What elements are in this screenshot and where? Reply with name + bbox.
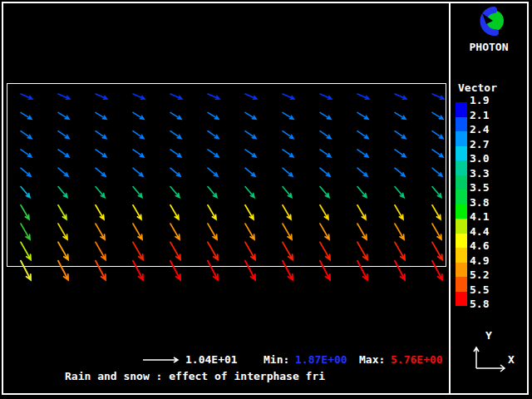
vector-arrow <box>58 112 69 119</box>
vector-arrow <box>245 94 257 99</box>
vector-arrow <box>320 187 329 198</box>
legend-swatch <box>456 175 467 190</box>
legend-value: 3.3 <box>470 168 489 180</box>
vector-arrow <box>133 224 142 239</box>
legend-value: 4.4 <box>470 226 489 238</box>
vector-arrow <box>170 112 181 119</box>
legend-swatch <box>456 117 467 132</box>
vector-arrow <box>283 112 293 119</box>
legend-swatch <box>456 234 467 249</box>
vector-arrow <box>245 224 254 239</box>
vector-arrow <box>432 112 443 119</box>
vector-arrow <box>283 187 292 198</box>
vector-arrow <box>21 150 32 157</box>
vector-arrow <box>133 168 143 176</box>
vector-arrow <box>432 242 442 259</box>
vector-arrow <box>320 242 330 259</box>
vector-arrow <box>245 187 254 198</box>
vector-arrow <box>133 112 144 119</box>
vector-plot <box>0 0 532 399</box>
legend-value: 4.1 <box>470 211 489 223</box>
vector-arrow <box>357 94 369 99</box>
vector-arrow <box>320 112 331 119</box>
vector-arrow <box>96 242 106 259</box>
vector-arrow <box>208 168 218 176</box>
vector-arrow <box>395 205 403 219</box>
vector-arrow <box>432 168 442 176</box>
vector-arrow <box>395 150 406 157</box>
vector-arrow <box>208 261 218 280</box>
vector-arrow <box>96 261 106 280</box>
legend-swatch <box>456 277 467 292</box>
vector-arrow <box>357 187 367 198</box>
legend-value: 3.0 <box>470 153 489 165</box>
vector-arrow <box>58 224 67 239</box>
vector-arrow <box>432 150 443 157</box>
vector-arrow <box>58 205 66 219</box>
legend-swatch <box>456 248 467 263</box>
vector-arrow <box>357 168 367 176</box>
vector-arrow <box>133 94 145 99</box>
vector-arrow <box>170 187 180 198</box>
legend-swatch <box>456 160 467 175</box>
vector-arrow <box>245 205 254 219</box>
legend-swatch <box>456 146 467 161</box>
legend-value: 2.4 <box>470 124 489 135</box>
vector-arrow <box>208 187 217 198</box>
vector-arrow <box>320 150 331 157</box>
legend-value: 4.9 <box>470 255 489 267</box>
vector-arrow <box>21 261 31 280</box>
vector-arrow <box>208 94 219 99</box>
vector-arrow <box>133 187 142 198</box>
caption: Rain and snow : effect of interphase fri <box>65 371 325 382</box>
min-value: 1.87E+00 <box>295 354 347 366</box>
vector-arrow <box>395 131 406 139</box>
vector-arrow <box>96 168 106 176</box>
vector-arrow <box>283 131 293 139</box>
vector-arrow <box>357 242 367 259</box>
legend-swatch <box>456 190 467 204</box>
vector-arrow <box>58 131 69 139</box>
vector-arrow <box>320 261 330 280</box>
reference-arrow-icon <box>140 354 185 366</box>
vector-arrow <box>432 224 441 239</box>
vector-arrow <box>96 131 106 139</box>
vector-arrow <box>320 205 328 219</box>
vector-arrow <box>21 205 29 219</box>
axis-indicator: Y X <box>465 324 527 374</box>
axis-arrows-icon <box>474 347 505 372</box>
photon-logo-icon <box>470 3 507 40</box>
photon-screen: 1.04E+01 Min: 1.87E+00 Max: 5.76E+00 Rai… <box>0 0 532 399</box>
vector-arrow <box>58 242 68 259</box>
vector-arrow <box>170 168 180 176</box>
vector-arrow <box>357 261 367 280</box>
vector-arrow <box>208 205 216 219</box>
vector-arrow <box>208 131 219 139</box>
vector-arrow <box>320 94 332 99</box>
vector-arrow <box>21 187 30 198</box>
vector-arrow <box>133 131 144 139</box>
vector-arrow <box>357 112 368 119</box>
legend-value: 1.9 <box>470 95 489 106</box>
vector-arrow <box>58 168 68 176</box>
vector-arrow <box>283 150 293 157</box>
vector-arrow <box>395 224 404 239</box>
vector-arrow <box>96 187 105 198</box>
vector-arrow <box>208 242 218 259</box>
vector-arrow <box>432 187 441 198</box>
legend-value: 2.7 <box>470 139 489 150</box>
vector-arrow <box>283 242 293 259</box>
reference-value: 1.04E+01 <box>185 354 238 366</box>
vector-arrow <box>170 131 181 139</box>
vector-arrow <box>208 224 217 239</box>
legend-swatch <box>456 131 467 146</box>
vector-arrow <box>133 150 144 157</box>
legend-value: 4.6 <box>470 240 489 252</box>
vector-arrow <box>395 261 405 280</box>
vector-arrow <box>133 261 143 280</box>
vector-arrow <box>395 168 405 176</box>
vector-arrow <box>96 224 105 239</box>
vector-arrow <box>208 150 219 157</box>
vector-arrow <box>58 187 67 198</box>
vector-arrow <box>21 224 30 239</box>
